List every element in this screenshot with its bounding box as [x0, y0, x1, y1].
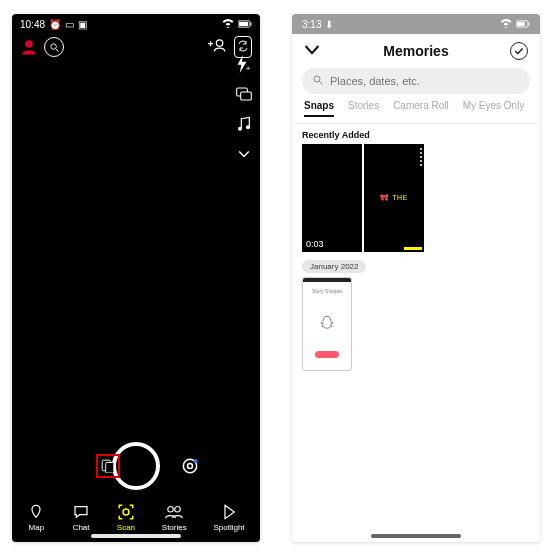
tile-indicators: [420, 148, 422, 166]
tab-my-eyes-only[interactable]: My Eyes Only: [463, 100, 525, 117]
svg-rect-1: [250, 22, 251, 25]
svg-rect-20: [528, 22, 529, 25]
close-chevron[interactable]: [304, 42, 322, 60]
cast-icon: ▭: [65, 19, 74, 30]
battery-icon: [516, 19, 530, 30]
top-bar: [12, 34, 260, 60]
svg-line-23: [320, 82, 323, 85]
download-icon: ⬇: [325, 19, 333, 30]
spotlight-icon: [220, 503, 238, 521]
snap-tile[interactable]: 🎀 THE: [364, 144, 424, 252]
stories-icon: [165, 503, 183, 521]
add-friend-button[interactable]: [208, 38, 226, 56]
nav-spotlight[interactable]: Spotlight: [213, 503, 244, 532]
snaps-grid: 0:03 🎀 THE: [292, 144, 540, 252]
battery-icon: [238, 19, 252, 30]
svg-line-5: [55, 48, 58, 51]
svg-rect-21: [517, 21, 525, 25]
flash-button[interactable]: +: [234, 54, 254, 74]
page-title: Memories: [383, 43, 448, 59]
svg-point-4: [50, 43, 56, 49]
nav-stories-label: Stories: [162, 523, 187, 532]
search-icon: [312, 72, 324, 90]
status-bar: 3:13 ⬇: [292, 14, 540, 34]
camera-screen: 10:48 ⏰ ▭ ▣: [12, 14, 260, 542]
dual-camera-button[interactable]: [234, 84, 254, 104]
svg-point-14: [188, 464, 193, 469]
home-indicator: [91, 534, 181, 538]
camera-tools: +: [234, 54, 254, 164]
wifi-icon: [500, 18, 512, 30]
camroll-caption: Story Snippet: [312, 288, 342, 294]
window-icon: ▣: [78, 19, 87, 30]
svg-point-18: [175, 506, 181, 512]
nav-chat-label: Chat: [73, 523, 90, 532]
svg-point-16: [123, 509, 129, 515]
tile-progress: [404, 247, 422, 250]
nav-map-label: Map: [29, 523, 45, 532]
ghost-icon: [318, 314, 336, 332]
svg-rect-8: [241, 92, 252, 100]
memories-screen: 3:13 ⬇ Memories Snaps Stories Camera: [292, 14, 540, 542]
nav-scan-label: Scan: [117, 523, 135, 532]
nav-scan[interactable]: Scan: [117, 503, 135, 532]
wifi-icon: [222, 18, 234, 30]
snap-duration: 0:03: [306, 239, 324, 249]
svg-point-9: [238, 127, 242, 131]
lens-button[interactable]: [180, 456, 200, 476]
profile-avatar[interactable]: [20, 38, 38, 56]
home-indicator: [371, 534, 461, 538]
svg-point-22: [314, 76, 320, 82]
bottom-controls: Map Chat Scan Stories Spotlight: [12, 439, 260, 542]
nav-spotlight-label: Spotlight: [213, 523, 244, 532]
search-bar[interactable]: [302, 68, 530, 94]
camera-roll-item[interactable]: Story Snippet: [302, 277, 352, 371]
tab-snaps[interactable]: Snaps: [304, 100, 334, 117]
nav-stories[interactable]: Stories: [162, 503, 187, 532]
delete-pill: [315, 351, 339, 358]
nav-map[interactable]: Map: [27, 503, 45, 532]
tab-stories[interactable]: Stories: [348, 100, 379, 117]
svg-point-6: [216, 40, 222, 46]
more-tools-button[interactable]: [234, 144, 254, 164]
search-button[interactable]: [44, 37, 64, 57]
tab-camera-roll[interactable]: Camera Roll: [393, 100, 449, 117]
alarm-icon: ⏰: [49, 19, 61, 30]
memories-header: Memories: [292, 34, 540, 68]
svg-rect-12: [106, 463, 114, 474]
status-time: 3:13: [302, 19, 321, 30]
memories-button[interactable]: [96, 454, 120, 478]
month-chip: January 2022: [302, 260, 366, 273]
svg-rect-2: [239, 21, 248, 25]
map-icon: [27, 503, 45, 521]
snap-label: 🎀 THE: [380, 194, 407, 202]
music-button[interactable]: [234, 114, 254, 134]
memories-tabs: Snaps Stories Camera Roll My Eyes Only: [292, 100, 540, 124]
status-time: 10:48: [20, 19, 45, 30]
svg-point-15: [194, 459, 198, 463]
svg-point-17: [168, 506, 174, 512]
nav-chat[interactable]: Chat: [72, 503, 90, 532]
chat-icon: [72, 503, 90, 521]
scan-icon: [117, 503, 135, 521]
svg-point-3: [25, 40, 33, 48]
search-input[interactable]: [330, 75, 520, 87]
status-bar: 10:48 ⏰ ▭ ▣: [12, 14, 260, 34]
svg-point-10: [246, 125, 250, 129]
snap-tile[interactable]: 0:03: [302, 144, 362, 252]
select-button[interactable]: [510, 42, 528, 60]
section-recently-added: Recently Added: [292, 124, 540, 144]
